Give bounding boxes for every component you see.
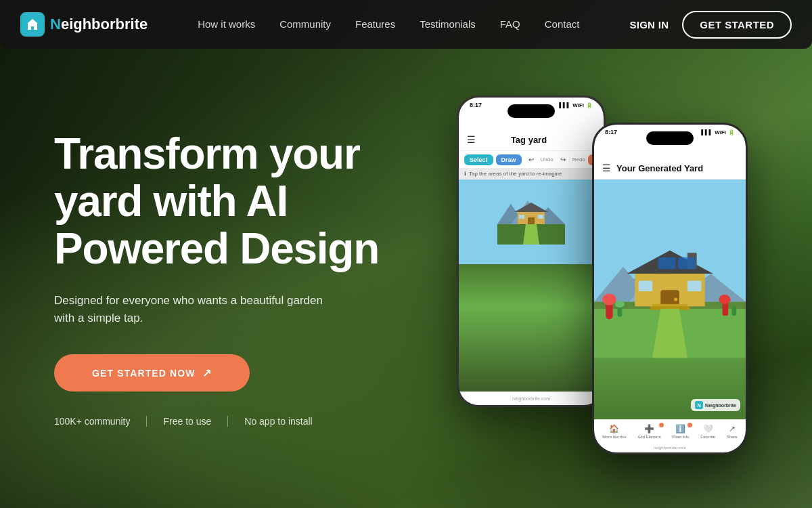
status-icons-back: ▌▌▌ WiFi 🔋 xyxy=(559,102,593,108)
back-phone-url: neighborbrite.com xyxy=(512,396,550,401)
front-phone-footer: 🏠 More like this ➕ Add Element ℹ️ Plant … xyxy=(594,419,746,444)
get-started-nav-button[interactable]: GET STARTED xyxy=(682,11,792,39)
back-phone-menu-icon: ☰ xyxy=(467,134,476,145)
svg-rect-6 xyxy=(528,217,535,224)
footer-tab-favorite[interactable]: 🤍 Favorite xyxy=(700,424,715,439)
back-house-svg xyxy=(497,190,565,245)
nav-testimonials[interactable]: Testimonials xyxy=(420,18,476,30)
front-phone-image: N Neighborbrite xyxy=(594,179,746,419)
signal-icon-front: ▌▌▌ xyxy=(701,129,713,135)
logo-text: Neighborbrite xyxy=(50,16,148,33)
battery-icon: 🔋 xyxy=(586,102,593,108)
phone-back-screen: 8:17 ▌▌▌ WiFi 🔋 ☰ Tag yard Select xyxy=(459,98,604,405)
back-phone-hint: ℹ Tap the areas of the yard to re-imagin… xyxy=(459,168,604,179)
svg-rect-23 xyxy=(638,280,652,291)
front-phone-title: Your Generated Yard xyxy=(616,163,703,173)
nav-features[interactable]: Features xyxy=(355,18,395,30)
time-front: 8:17 xyxy=(605,129,617,135)
phone-back-notch xyxy=(508,104,555,118)
svg-rect-7 xyxy=(519,215,524,219)
stats-bar: 100K+ community Free to use No app to in… xyxy=(54,416,433,427)
share-icon: ↗ xyxy=(729,424,736,433)
svg-point-31 xyxy=(615,301,625,308)
watermark-text: Neighborbrite xyxy=(705,403,736,408)
add-element-icon: ➕ xyxy=(644,424,654,433)
more-like-label: More like this xyxy=(602,435,626,439)
svg-rect-36 xyxy=(678,257,696,269)
hero-section: Transform your yard with AI Powered Desi… xyxy=(0,49,812,508)
front-house-svg xyxy=(594,179,746,419)
svg-marker-10 xyxy=(523,224,539,245)
hero-content: Transform your yard with AI Powered Desi… xyxy=(54,130,433,427)
stat-community: 100K+ community xyxy=(54,416,130,427)
nav-how-it-works[interactable]: How it works xyxy=(198,18,255,30)
logo[interactable]: Neighborbrite xyxy=(20,12,148,37)
navbar: Neighborbrite How it works Community Fea… xyxy=(0,0,812,49)
redo-icon[interactable]: ↪ xyxy=(556,154,570,165)
favorite-label: Favorite xyxy=(700,435,715,439)
stat-divider-1 xyxy=(146,416,147,427)
nav-actions: SIGN IN GET STARTED xyxy=(629,11,792,39)
watermark-icon: N xyxy=(695,401,703,409)
footer-tab-add[interactable]: ➕ Add Element xyxy=(637,424,660,439)
time-back: 8:17 xyxy=(470,102,482,108)
logo-icon xyxy=(20,12,45,37)
svg-point-29 xyxy=(602,293,616,305)
phone-front-screen: 8:17 ▌▌▌ WiFi 🔋 ☰ Your Generated Yard xyxy=(594,125,746,452)
wifi-icon-front: WiFi xyxy=(715,129,726,135)
wifi-icon: WiFi xyxy=(572,102,584,108)
nav-faq[interactable]: FAQ xyxy=(500,18,520,30)
select-toolbar-btn[interactable]: Select xyxy=(464,154,493,165)
sign-in-button[interactable]: SIGN IN xyxy=(629,19,669,30)
svg-point-22 xyxy=(674,297,677,301)
share-label: Share xyxy=(727,435,738,439)
cta-label: GET STARTED NOW xyxy=(92,368,196,379)
cta-arrow-icon: ↗ xyxy=(202,366,212,379)
back-phone-image xyxy=(459,179,604,391)
footer-tab-plant[interactable]: ℹ️ Plant Info xyxy=(672,424,689,439)
back-phone-toolbar: Select Draw ↩ Undo ↪ Redo ▶ xyxy=(459,151,604,168)
status-icons-front: ▌▌▌ WiFi 🔋 xyxy=(701,129,735,135)
svg-rect-35 xyxy=(658,257,676,269)
more-like-icon: 🏠 xyxy=(609,424,619,433)
hero-title: Transform your yard with AI Powered Desi… xyxy=(54,130,433,273)
watermark: N Neighborbrite xyxy=(691,399,740,411)
phone-container: 8:17 ▌▌▌ WiFi 🔋 ☰ Tag yard Select xyxy=(443,82,748,475)
footer-tab-more[interactable]: 🏠 More like this xyxy=(602,424,626,439)
svg-rect-24 xyxy=(687,280,702,291)
nav-links: How it works Community Features Testimon… xyxy=(198,18,579,30)
phone-front: 8:17 ▌▌▌ WiFi 🔋 ☰ Your Generated Yard xyxy=(592,123,748,454)
battery-icon-front: 🔋 xyxy=(728,129,735,135)
front-phone-url: neighborbrite.com xyxy=(594,444,746,452)
hero-subtitle: Designed for everyone who wants a beauti… xyxy=(54,292,325,328)
footer-tab-share[interactable]: ↗ Share xyxy=(727,424,738,439)
undo-icon[interactable]: ↩ xyxy=(524,154,538,165)
front-phone-menu-icon: ☰ xyxy=(602,163,611,173)
nav-community[interactable]: Community xyxy=(279,18,331,30)
plant-info-icon: ℹ️ xyxy=(675,424,685,433)
cta-button[interactable]: GET STARTED NOW ↗ xyxy=(54,354,250,391)
add-element-label: Add Element xyxy=(637,435,660,439)
favorite-icon: 🤍 xyxy=(703,424,713,433)
redo-label: Redo xyxy=(572,156,585,163)
back-phone-footer: neighborbrite.com xyxy=(459,391,604,405)
svg-rect-8 xyxy=(538,215,543,219)
hint-text: Tap the areas of the yard to re-imagine xyxy=(469,171,562,177)
svg-rect-34 xyxy=(731,306,736,316)
undo-label: Undo xyxy=(541,156,554,163)
signal-icon: ▌▌▌ xyxy=(559,102,570,108)
stat-divider-2 xyxy=(227,416,228,427)
stat-no-app: No app to install xyxy=(244,416,312,427)
stat-free: Free to use xyxy=(163,416,211,427)
plant-info-label: Plant Info xyxy=(672,435,689,439)
phone-front-notch xyxy=(646,131,694,145)
phone-mockups: 8:17 ▌▌▌ WiFi 🔋 ☰ Tag yard Select xyxy=(433,49,758,508)
nav-contact[interactable]: Contact xyxy=(545,18,580,30)
hint-icon: ℹ xyxy=(464,171,466,177)
back-phone-title: Tag yard xyxy=(476,135,582,145)
draw-toolbar-btn[interactable]: Draw xyxy=(496,154,522,165)
svg-point-33 xyxy=(719,295,730,304)
phone-back: 8:17 ▌▌▌ WiFi 🔋 ☰ Tag yard Select xyxy=(457,96,606,407)
